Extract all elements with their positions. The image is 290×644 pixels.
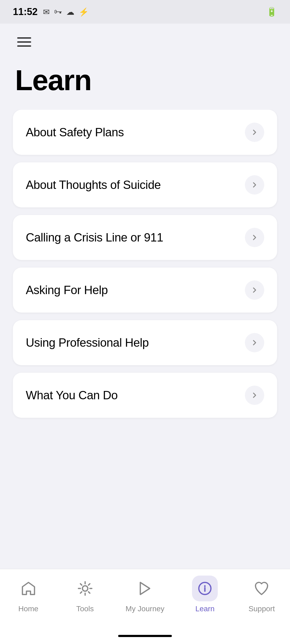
home-bar <box>118 635 172 637</box>
list-item-label: Using Professional Help <box>26 336 149 349</box>
bottom-nav: Home Tools My Journey Learn <box>0 569 290 628</box>
status-time: 11:52 <box>13 6 38 17</box>
svg-marker-1 <box>140 583 150 595</box>
home-icon-wrap <box>16 576 41 601</box>
svg-point-0 <box>82 586 88 591</box>
list-item-calling-crisis-line[interactable]: Calling a Crisis Line or 911 <box>13 215 277 260</box>
list-item-label: What You Can Do <box>26 389 118 402</box>
status-icons: ✉ 🗝 ☁ ⚡ <box>43 7 89 17</box>
list-item-using-professional-help[interactable]: Using Professional Help <box>13 320 277 365</box>
chevron-right-icon <box>250 233 259 242</box>
mail-icon: ✉ <box>43 7 50 17</box>
header <box>0 24 290 57</box>
chevron-circle <box>245 228 264 247</box>
nav-item-tools[interactable]: Tools <box>64 576 107 613</box>
chevron-circle <box>245 280 264 300</box>
info-icon <box>197 580 213 597</box>
list-item-about-safety-plans[interactable]: About Safety Plans <box>13 110 277 155</box>
nav-item-my-journey[interactable]: My Journey <box>120 576 170 613</box>
cloud-icon: ☁ <box>66 7 74 17</box>
key-icon: 🗝 <box>54 7 62 16</box>
list-item-about-thoughts-of-suicide[interactable]: About Thoughts of Suicide <box>13 162 277 207</box>
status-right: 🔋 <box>266 7 277 17</box>
list-item-label: Asking For Help <box>26 283 108 297</box>
nav-label-support: Support <box>248 605 275 613</box>
list-item-label: About Safety Plans <box>26 126 124 139</box>
nav-label-home: Home <box>18 605 38 613</box>
nav-item-home[interactable]: Home <box>7 576 50 613</box>
status-bar: 11:52 ✉ 🗝 ☁ ⚡ 🔋 <box>0 0 290 24</box>
chevron-right-icon <box>250 286 259 294</box>
activity-icon: ⚡ <box>79 7 89 17</box>
menu-button[interactable] <box>15 32 34 52</box>
chevron-right-icon <box>250 181 259 189</box>
home-indicator <box>0 628 290 644</box>
learn-icon-wrap <box>192 576 218 601</box>
menu-bar-1 <box>17 37 31 39</box>
chevron-right-icon <box>250 338 259 347</box>
page-title-section: Learn <box>0 57 290 110</box>
chevron-right-icon <box>250 391 259 400</box>
status-left: 11:52 ✉ 🗝 ☁ ⚡ <box>13 6 89 17</box>
chevron-circle <box>245 333 264 352</box>
chevron-circle <box>245 123 264 142</box>
tools-icon <box>77 580 93 597</box>
heart-icon <box>253 580 270 597</box>
chevron-circle <box>245 175 264 195</box>
tools-icon-wrap <box>72 576 98 601</box>
home-icon <box>20 580 37 597</box>
menu-bar-2 <box>17 41 31 43</box>
support-icon-wrap <box>249 576 274 601</box>
nav-label-learn: Learn <box>195 605 215 613</box>
battery-icon: 🔋 <box>266 7 277 17</box>
play-icon <box>137 580 153 597</box>
content-list: About Safety Plans About Thoughts of Sui… <box>0 110 290 569</box>
nav-item-support[interactable]: Support <box>240 576 283 613</box>
list-item-label: About Thoughts of Suicide <box>26 178 161 192</box>
list-item-what-you-can-do[interactable]: What You Can Do <box>13 373 277 418</box>
page-title: Learn <box>15 63 275 97</box>
list-item-asking-for-help[interactable]: Asking For Help <box>13 268 277 313</box>
nav-label-tools: Tools <box>76 605 94 613</box>
list-item-label: Calling a Crisis Line or 911 <box>26 231 163 244</box>
nav-label-my-journey: My Journey <box>126 605 165 613</box>
menu-bar-3 <box>17 45 31 47</box>
chevron-circle <box>245 386 264 405</box>
nav-item-learn[interactable]: Learn <box>183 576 226 613</box>
chevron-right-icon <box>250 128 259 137</box>
my-journey-icon-wrap <box>132 576 158 601</box>
